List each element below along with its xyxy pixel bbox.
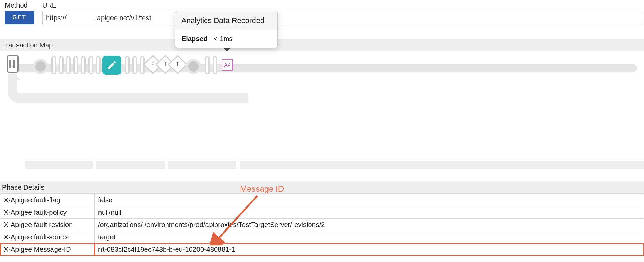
- client-phone-icon[interactable]: [7, 55, 19, 73]
- svg-line-0: [216, 196, 257, 241]
- phase-value: target: [95, 231, 644, 243]
- phase-key: X-Apigee.fault-revision: [0, 219, 95, 231]
- timeline-segments: [25, 161, 644, 169]
- request-row: Method GET URL: [0, 0, 644, 25]
- phase-key: X-Apigee.fault-source: [0, 231, 95, 243]
- flow-step[interactable]: [59, 56, 64, 74]
- flow-step[interactable]: [88, 56, 93, 74]
- table-row: X-Apigee.fault-flagfalse: [0, 194, 644, 206]
- transaction-map: F T T AX: [0, 51, 644, 120]
- analytics-node[interactable]: AX: [222, 59, 233, 71]
- table-row: X-Apigee.Message-IDrrt-083cf2c4f19ec743b…: [0, 243, 644, 256]
- edit-policy-icon[interactable]: [102, 56, 121, 75]
- flow-step[interactable]: [81, 56, 86, 74]
- tooltip-elapsed-value: < 1ms: [214, 35, 232, 43]
- analytics-tooltip: Analytics Data Recorded Elapsed < 1ms: [175, 11, 278, 48]
- annotation-message-id-label: Message ID: [240, 184, 284, 194]
- flow-step[interactable]: [73, 56, 78, 74]
- flow-step[interactable]: [125, 56, 130, 74]
- transaction-map-header: Transaction Map: [0, 39, 644, 51]
- flow-step[interactable]: [66, 56, 71, 74]
- timeline-segment[interactable]: [168, 161, 237, 169]
- url-input[interactable]: [42, 11, 642, 25]
- method-label: Method: [5, 1, 34, 9]
- annotation-arrow-icon: [206, 194, 267, 245]
- return-arrow-icon: [8, 73, 20, 80]
- flow-track: [7, 64, 637, 72]
- tooltip-caret-icon: [223, 48, 231, 52]
- method-button[interactable]: GET: [5, 11, 34, 24]
- flow-disc[interactable]: [33, 59, 48, 74]
- flow-step[interactable]: [96, 56, 101, 74]
- phase-value: /organizations/ /environments/prod/apipr…: [95, 219, 644, 231]
- phase-value: rrt-083cf2c4f19ec743b-b-eu-10200-480881-…: [95, 243, 644, 256]
- tooltip-elapsed-label: Elapsed: [181, 35, 208, 43]
- phase-value: null/null: [95, 206, 644, 219]
- return-flow-line: [8, 74, 248, 103]
- timeline-segment[interactable]: [96, 161, 165, 169]
- table-row: X-Apigee.fault-policynull/null: [0, 206, 644, 219]
- table-row: X-Apigee.fault-sourcetarget: [0, 231, 644, 243]
- flow-step[interactable]: [132, 56, 137, 74]
- phase-key: X-Apigee.fault-flag: [0, 194, 95, 206]
- timeline-segment[interactable]: [240, 161, 644, 169]
- phase-details-header: Phase Details: [0, 181, 644, 194]
- flow-step[interactable]: [205, 56, 210, 74]
- table-row: X-Apigee.fault-revision/organizations/ /…: [0, 219, 644, 231]
- phase-value: false: [95, 194, 644, 206]
- flow-step[interactable]: [213, 56, 217, 74]
- url-label: URL: [42, 1, 642, 9]
- flow-step[interactable]: [51, 56, 56, 74]
- flow-disc[interactable]: [186, 59, 201, 74]
- phase-key: X-Apigee.fault-policy: [0, 206, 95, 219]
- phase-details-table: X-Apigee.fault-flagfalseX-Apigee.fault-p…: [0, 194, 644, 256]
- timeline-segment[interactable]: [25, 161, 93, 169]
- phase-key: X-Apigee.Message-ID: [0, 243, 95, 256]
- tooltip-title: Analytics Data Recorded: [175, 11, 277, 30]
